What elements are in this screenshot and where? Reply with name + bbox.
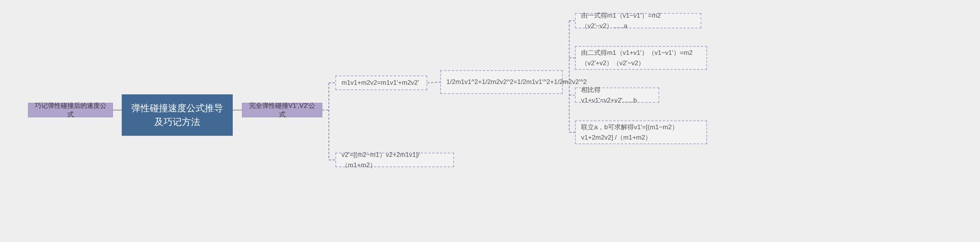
eq-energy[interactable]: 1/2m1v1^2+1/2m2v2^2=1/2m1v1'^2+1/2m2v2'^… [440, 70, 563, 94]
eq-v2prime-text: v2'=[(m2−m1）v2+2m1v1]/（m1+m2） [341, 150, 448, 170]
connector-left-root [113, 107, 122, 113]
connector-eq1-eq3 [427, 80, 441, 86]
root-label: 弹性碰撞速度公式推导及巧记方法 [129, 101, 225, 129]
deriv-final[interactable]: 联立a，b可求解得v1'=[(m1−m2）v1+2m2v2] /（m1+m2） [575, 120, 707, 144]
deriv-b2-text: 由二式得m1（v1+v1'）（v1−v1'）=m2（v2'+v2）（v2'−v2… [581, 48, 701, 68]
deriv-a-text: 由一式得m1（v1−v1'）=m2（v2'−v2）......a [581, 10, 695, 31]
eq-momentum[interactable]: m1v1+m2v2=m1v1'+m2v2' [335, 76, 427, 90]
deriv-a[interactable]: 由一式得m1（v1−v1'）=m2（v2'−v2）......a [575, 13, 701, 28]
left-branch-label: 巧记弹性碰撞后的速度公式 [34, 101, 107, 119]
eq-energy-text: 1/2m1v1^2+1/2m2v2^2=1/2m1v1'^2+1/2m2v2'^… [446, 77, 587, 87]
deriv-b2[interactable]: 由二式得m1（v1+v1'）（v1−v1'）=m2（v2'+v2）（v2'−v2… [575, 46, 707, 70]
connector-root-right [233, 107, 242, 113]
deriv-ratio[interactable]: 相比得v1+v1'=v2+v2'......b [575, 87, 659, 103]
right-branch-label: 完全弹性碰撞V1',V2'公式 [248, 101, 317, 119]
eq-v2prime[interactable]: v2'=[(m2−m1）v2+2m1v1]/（m1+m2） [335, 153, 454, 167]
deriv-ratio-text: 相比得v1+v1'=v2+v2'......b [581, 85, 653, 105]
root-node[interactable]: 弹性碰撞速度公式推导及巧记方法 [122, 94, 233, 136]
svg-line-2 [427, 82, 440, 83]
connector-right-branch [322, 81, 336, 161]
right-branch-node[interactable]: 完全弹性碰撞V1',V2'公式 [242, 103, 322, 117]
left-branch-node[interactable]: 巧记弹性碰撞后的速度公式 [28, 103, 113, 117]
eq-momentum-text: m1v1+m2v2=m1v1'+m2v2' [341, 77, 419, 88]
deriv-final-text: 联立a，b可求解得v1'=[(m1−m2）v1+2m2v2] /（m1+m2） [581, 122, 701, 143]
